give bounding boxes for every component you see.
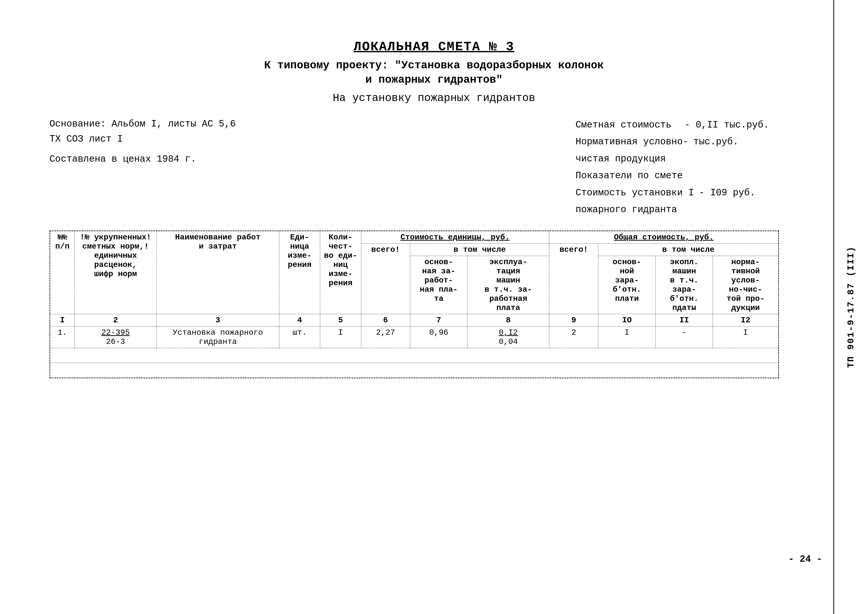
col-header-num: №№ п/п: [50, 231, 75, 314]
col-header-total-group: Общая стоимость, руб.: [549, 231, 778, 244]
stoimost-label: Стоимость установки I пожарного гидранта: [575, 185, 694, 218]
row-osn-all: I: [598, 326, 656, 348]
row-num: 1.: [50, 326, 75, 348]
normativ-label: Нормативная условно- чистая продукция: [575, 134, 688, 167]
col-num-12: I2: [713, 314, 778, 326]
col-stoi-exp: эксплуа- тация машин в т.ч. за- работная…: [467, 256, 549, 314]
col-stoi-osn: основ- ная за- работ- ная пла- та: [410, 256, 467, 314]
normativ-row: Нормативная условно- чистая продукция ты…: [575, 134, 769, 167]
row-qty: I: [320, 326, 361, 348]
row-exp-unit: 0,I2 0,04: [467, 326, 549, 348]
smeta-label: Сметная стоимость: [575, 117, 679, 134]
subtitle3: На установку пожарных гидрантов: [50, 92, 818, 104]
col-header-stoimost-group: Стоимость единицы, руб.: [361, 231, 549, 244]
row-norm-all: I: [713, 326, 778, 348]
row-total-all: 2: [549, 326, 598, 348]
main-table-wrapper: №№ п/п !№ укрупненных! сметных норм,! ед…: [50, 230, 779, 378]
subtitle1: К типовому проекту: "Установка водоразбо…: [50, 59, 818, 72]
side-stamp: ТП 901-9-17.87 (III): [833, 0, 868, 614]
title-section: ЛОКАЛЬНАЯ СМЕТА № 3 К типовому проекту: …: [50, 40, 818, 104]
info-right: Сметная стоимость - 0,II тыс.руб. Нормат…: [575, 117, 769, 218]
row-code: 22-395 26-3: [75, 326, 157, 348]
col-num-7: 7: [410, 314, 467, 326]
col-total-norm: норма- тивной услов- но-чис- той про- ду…: [713, 256, 778, 314]
col-header-kol: Коли- чест- во еди- ниц изме- рения: [320, 231, 361, 314]
main-table: №№ п/п !№ укрупненных! сметных норм,! ед…: [50, 231, 778, 378]
col-total-eksp: экопл. машин в т.ч. зара- б'отн. пдаты: [656, 256, 713, 314]
stoimost-row: Стоимость установки I пожарного гидранта…: [575, 185, 769, 218]
col-header-norms: !№ укрупненных! сметных норм,! единичных…: [75, 231, 157, 314]
row-name: Установка пожарного гидранта: [157, 326, 279, 348]
col-num-2: 2: [75, 314, 157, 326]
row-total-unit: 2,27: [361, 326, 410, 348]
pokazateli-label: Показатели по смете: [575, 167, 683, 184]
page: ТП 901-9-17.87 (III) ЛОКАЛЬНАЯ СМЕТА № 3…: [0, 0, 868, 614]
empty-row-1: [50, 348, 778, 363]
page-title: ЛОКАЛЬНАЯ СМЕТА № 3: [50, 40, 818, 54]
sostav: Составлена в ценах 1984 г.: [50, 152, 236, 167]
col-total-vsego: всего!: [549, 244, 598, 314]
osnование-line2: ТХ СОЗ лист I: [50, 132, 236, 147]
stamp-text: ТП 901-9-17.87 (III): [846, 246, 856, 368]
smeta-row: Сметная стоимость - 0,II тыс.руб.: [575, 117, 769, 134]
normativ-value: тыс.руб.: [693, 134, 738, 167]
col-num-11: II: [656, 314, 713, 326]
side-num: - 24 -: [788, 554, 822, 564]
stoimost-value: - I09 руб.: [699, 185, 755, 218]
smeta-value: - 0,II тыс.руб.: [684, 117, 769, 134]
col-num-3: 3: [157, 314, 279, 326]
col-num-10: IO: [598, 314, 656, 326]
col-total-osn: основ- ной зара- б'отн. плати: [598, 256, 656, 314]
empty-row-2: [50, 363, 778, 378]
col-num-9: 9: [549, 314, 598, 326]
col-numbers-row: I 2 3 4 5 6 7 8 9 IO II I2: [50, 314, 778, 326]
row-osn-unit: 0,96: [410, 326, 467, 348]
info-section: Основание: Альбом I, листы АС 5,6 ТХ СОЗ…: [50, 117, 818, 218]
table-row: 1. 22-395 26-3 Установка пожарного гидра…: [50, 326, 778, 348]
col-stoi-vtom: в том числе: [410, 244, 549, 256]
row-unit: шт.: [279, 326, 320, 348]
subtitle2: и пожарных гидрантов": [50, 73, 818, 86]
osnование-line1: Основание: Альбом I, листы АС 5,6: [50, 117, 236, 132]
info-left: Основание: Альбом I, листы АС 5,6 ТХ СОЗ…: [50, 117, 236, 218]
col-num-1: I: [50, 314, 75, 326]
col-num-6: 6: [361, 314, 410, 326]
col-num-8: 8: [467, 314, 549, 326]
col-num-5: 5: [320, 314, 361, 326]
row-exp-all: -: [656, 326, 713, 348]
col-header-ed: Еди- ница изме- рения: [279, 231, 320, 314]
col-num-4: 4: [279, 314, 320, 326]
pokazateli-row: Показатели по смете: [575, 167, 769, 184]
col-header-name: Наименование работ и затрат: [157, 231, 279, 314]
header-row-1: №№ п/п !№ укрупненных! сметных норм,! ед…: [50, 231, 778, 244]
col-total-vtom: в том числе: [598, 244, 778, 256]
col-stoi-vsego: всего!: [361, 244, 410, 314]
